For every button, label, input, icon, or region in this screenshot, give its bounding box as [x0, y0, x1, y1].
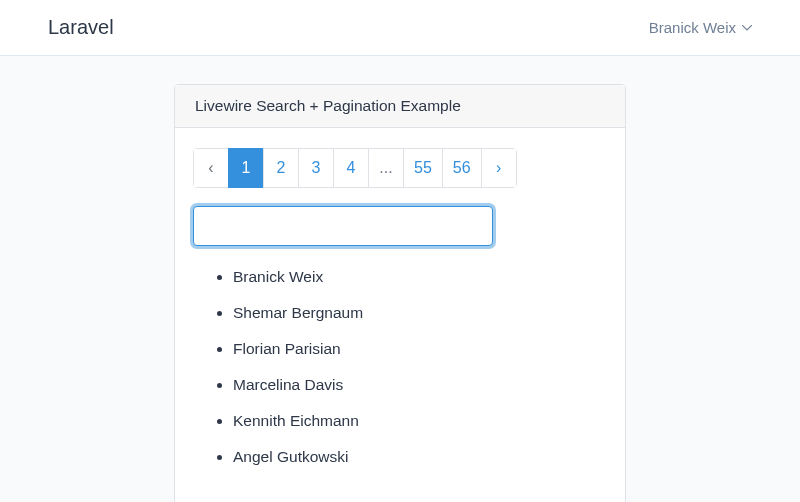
brand[interactable]: Laravel [48, 16, 114, 39]
search-input[interactable] [193, 206, 493, 246]
results-list: Branick Weix Shemar Bergnaum Florian Par… [193, 268, 607, 466]
chevron-left-icon: ‹ [194, 149, 228, 187]
user-dropdown[interactable]: Branick Weix [649, 19, 752, 36]
card-header: Livewire Search + Pagination Example [175, 85, 625, 128]
page-number: 1 [229, 149, 263, 187]
page-number: 4 [334, 149, 368, 187]
pagination-page-55[interactable]: 55 [403, 148, 443, 188]
pagination-page-4[interactable]: 4 [333, 148, 369, 188]
pagination-next[interactable]: › [481, 148, 517, 188]
list-item: Marcelina Davis [233, 376, 607, 394]
list-item: Angel Gutkowski [233, 448, 607, 466]
pagination-page-3[interactable]: 3 [298, 148, 334, 188]
chevron-down-icon [742, 25, 752, 31]
user-name: Branick Weix [649, 19, 736, 36]
pagination-page-2[interactable]: 2 [263, 148, 299, 188]
navbar: Laravel Branick Weix [0, 0, 800, 56]
page-number: 3 [299, 149, 333, 187]
main-container: Livewire Search + Pagination Example ‹ 1… [0, 56, 800, 502]
list-item: Shemar Bergnaum [233, 304, 607, 322]
list-item: Branick Weix [233, 268, 607, 286]
page-number: 56 [443, 149, 481, 187]
list-item: Kennith Eichmann [233, 412, 607, 430]
pagination-page-56[interactable]: 56 [442, 148, 482, 188]
chevron-right-icon: › [482, 149, 516, 187]
page-number: 2 [264, 149, 298, 187]
pagination: ‹ 1 2 3 4 ... 55 [193, 148, 607, 188]
card-body: ‹ 1 2 3 4 ... 55 [175, 128, 625, 502]
pagination-ellipsis: ... [368, 148, 404, 188]
list-item: Florian Parisian [233, 340, 607, 358]
pagination-page-1[interactable]: 1 [228, 148, 264, 188]
card-title: Livewire Search + Pagination Example [195, 97, 461, 114]
card: Livewire Search + Pagination Example ‹ 1… [174, 84, 626, 502]
page-number: 55 [404, 149, 442, 187]
pagination-prev[interactable]: ‹ [193, 148, 229, 188]
ellipsis: ... [369, 149, 403, 187]
